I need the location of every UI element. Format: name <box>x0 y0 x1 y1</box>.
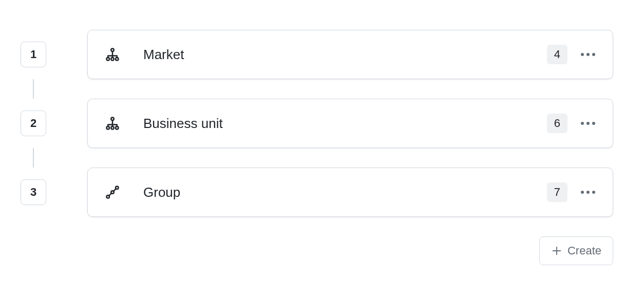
more-icon <box>581 191 595 194</box>
level-number: 2 <box>30 117 36 130</box>
level-card-market[interactable]: Market 4 <box>87 30 613 79</box>
hierarchy-icon <box>102 113 123 134</box>
level-number-box: 2 <box>21 111 46 136</box>
more-options-button[interactable] <box>578 182 598 203</box>
level-number-column: 2 <box>10 111 56 136</box>
level-number: 3 <box>30 186 36 199</box>
create-button-label: Create <box>567 244 601 258</box>
more-options-button[interactable] <box>578 44 598 65</box>
level-number-column: 3 <box>10 179 56 205</box>
level-count-badge: 7 <box>547 182 567 202</box>
create-row: Create <box>10 236 634 265</box>
connector-row <box>10 148 634 168</box>
connector-wrapper <box>10 148 56 168</box>
level-count-badge: 6 <box>547 114 567 133</box>
level-row: 1 Market 4 <box>10 30 634 79</box>
level-row: 2 Business unit 6 <box>10 99 634 148</box>
create-button[interactable]: Create <box>539 236 613 265</box>
connector-wrapper <box>10 79 56 99</box>
level-card-business-unit[interactable]: Business unit 6 <box>87 99 613 148</box>
level-number: 1 <box>30 48 36 61</box>
connector-row <box>10 79 634 99</box>
level-number-box: 1 <box>21 42 46 67</box>
more-icon <box>581 53 595 56</box>
level-card-group[interactable]: Group 7 <box>87 168 613 217</box>
level-row: 3 Group 7 <box>10 168 634 217</box>
level-count-badge: 4 <box>547 45 567 64</box>
hierarchy-levels-container: 1 Market 4 <box>10 30 634 265</box>
connector-line <box>33 79 34 99</box>
level-label: Business unit <box>143 116 547 132</box>
more-icon <box>581 122 595 125</box>
plus-icon <box>551 245 562 256</box>
level-label: Group <box>143 185 547 200</box>
connected-nodes-icon <box>102 182 123 203</box>
level-label: Market <box>143 47 547 63</box>
hierarchy-icon <box>102 44 123 65</box>
more-options-button[interactable] <box>578 113 598 134</box>
connector-line <box>33 148 34 168</box>
level-number-column: 1 <box>10 42 56 67</box>
level-number-box: 3 <box>21 179 46 205</box>
